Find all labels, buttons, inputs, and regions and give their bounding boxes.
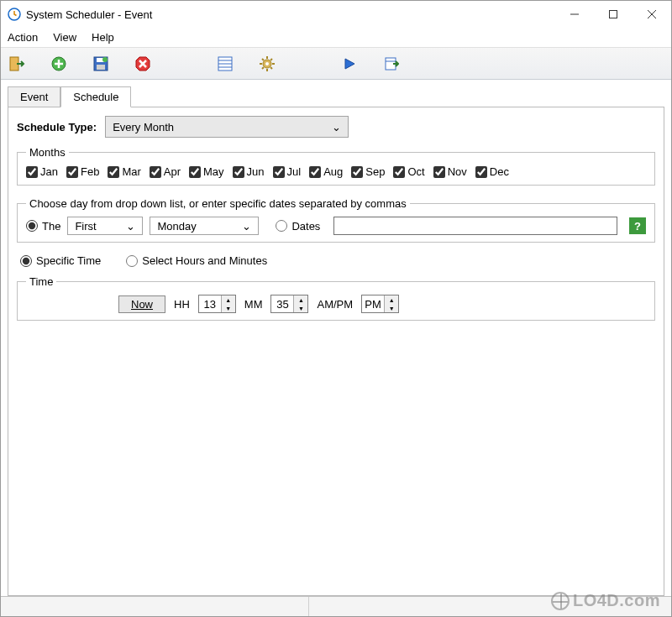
minimize-button[interactable]: [555, 2, 594, 27]
watermark: LO4D.com: [551, 591, 660, 610]
months-legend: Months: [26, 146, 69, 159]
chevron-down-icon: ⌄: [126, 220, 135, 233]
weekday-dropdown[interactable]: Monday⌄: [150, 217, 259, 235]
content: Event Schedule Schedule Type: Every Mont…: [1, 80, 671, 596]
run-icon[interactable]: [340, 55, 359, 73]
ampm-label: AM/PM: [317, 298, 353, 311]
svg-line-23: [270, 67, 272, 69]
ordinal-dropdown[interactable]: First⌄: [67, 217, 143, 235]
tab-schedule[interactable]: Schedule: [60, 86, 131, 107]
svg-point-17: [265, 62, 269, 65]
now-button[interactable]: Now: [118, 295, 165, 313]
export-icon[interactable]: [382, 55, 401, 73]
day-legend: Choose day from drop down list, or enter…: [26, 197, 410, 210]
month-aug[interactable]: Aug: [309, 165, 343, 178]
window-title: System Scheduler - Event: [26, 8, 152, 21]
exit-icon[interactable]: [8, 55, 26, 73]
svg-rect-2: [610, 11, 617, 18]
radio-the[interactable]: The: [26, 220, 60, 233]
month-may[interactable]: May: [189, 165, 224, 178]
svg-rect-9: [97, 65, 105, 70]
month-mar[interactable]: Mar: [108, 165, 140, 178]
radio-select-hm[interactable]: Select Hours and Minutes: [126, 254, 267, 267]
down-arrow-icon[interactable]: ▼: [385, 304, 398, 312]
globe-icon: [551, 592, 570, 610]
settings-icon[interactable]: [258, 55, 276, 73]
chevron-down-icon: ⌄: [332, 121, 341, 133]
add-icon[interactable]: [50, 55, 68, 73]
save-icon[interactable]: [92, 55, 110, 73]
hh-label: HH: [174, 298, 190, 311]
time-legend: Time: [26, 275, 56, 288]
delete-icon[interactable]: [134, 55, 152, 73]
up-arrow-icon[interactable]: ▲: [385, 295, 398, 304]
dates-input[interactable]: [333, 217, 617, 235]
toolbar: [1, 48, 671, 80]
app-icon: [8, 8, 21, 21]
month-jan[interactable]: Jan: [26, 165, 58, 178]
up-arrow-icon[interactable]: ▲: [222, 295, 235, 304]
month-oct[interactable]: Oct: [393, 165, 424, 178]
down-arrow-icon[interactable]: ▼: [294, 304, 307, 312]
hh-spinner[interactable]: 13 ▲▼: [198, 295, 236, 313]
maximize-button[interactable]: [594, 2, 633, 27]
month-apr[interactable]: Apr: [150, 165, 181, 178]
titlebar: System Scheduler - Event: [1, 1, 671, 28]
schedule-type-dropdown[interactable]: Every Month ⌄: [105, 116, 349, 138]
day-fieldset: Choose day from drop down list, or enter…: [17, 197, 655, 243]
month-dec[interactable]: Dec: [475, 165, 509, 178]
tab-body: Schedule Type: Every Month ⌄ Months Jan …: [8, 107, 664, 596]
schedule-type-value: Every Month: [113, 121, 174, 133]
mm-label: MM: [244, 298, 263, 311]
month-jul[interactable]: Jul: [273, 165, 302, 178]
radio-specific-time[interactable]: Specific Time: [20, 254, 101, 267]
months-fieldset: Months Jan Feb Mar Apr May Jun Jul Aug S…: [17, 146, 655, 186]
tab-event[interactable]: Event: [8, 86, 60, 107]
down-arrow-icon[interactable]: ▼: [222, 304, 235, 312]
mm-spinner[interactable]: 35 ▲▼: [270, 295, 308, 313]
svg-line-24: [270, 59, 272, 60]
svg-point-10: [102, 57, 108, 62]
month-jun[interactable]: Jun: [233, 165, 265, 178]
up-arrow-icon[interactable]: ▲: [294, 295, 307, 304]
svg-line-22: [262, 59, 264, 60]
close-button[interactable]: [633, 2, 671, 27]
ampm-spinner[interactable]: PM ▲▼: [361, 295, 399, 313]
chevron-down-icon: ⌄: [242, 220, 251, 233]
menu-view[interactable]: View: [53, 31, 76, 44]
svg-marker-26: [345, 59, 354, 69]
schedule-type-label: Schedule Type:: [17, 121, 97, 133]
window: System Scheduler - Event Action View Hel…: [0, 0, 672, 617]
month-feb[interactable]: Feb: [66, 165, 99, 178]
menu-help[interactable]: Help: [92, 31, 114, 44]
radio-dates[interactable]: Dates: [276, 220, 320, 233]
time-fieldset: Time Now HH 13 ▲▼ MM 35 ▲▼ AM/PM PM: [17, 275, 655, 321]
month-sep[interactable]: Sep: [351, 165, 385, 178]
svg-line-25: [262, 67, 264, 69]
tab-strip: Event Schedule: [8, 85, 664, 107]
menu-action[interactable]: Action: [8, 31, 38, 44]
menubar: Action View Help: [1, 28, 671, 48]
help-icon[interactable]: ?: [629, 217, 646, 234]
month-nov[interactable]: Nov: [433, 165, 467, 178]
list-icon[interactable]: [216, 55, 234, 73]
